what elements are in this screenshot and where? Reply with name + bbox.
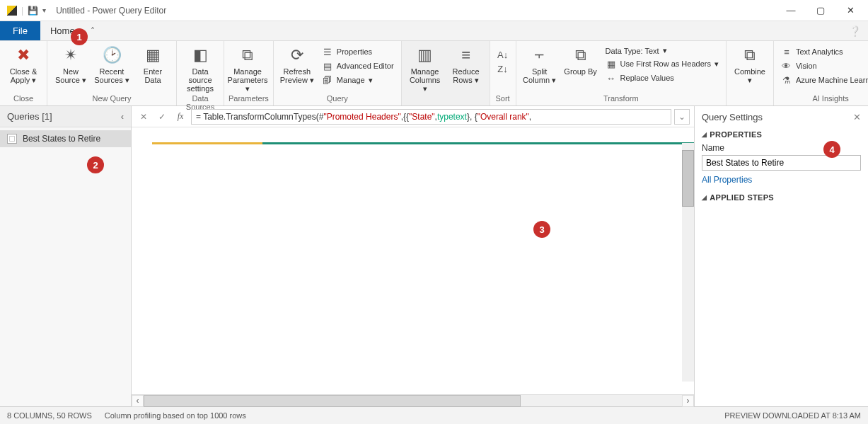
azure-ml-button[interactable]: ⚗Azure Machine Learning — [778, 74, 868, 86]
refresh-preview-button[interactable]: ⟳Refresh Preview ▾ — [278, 42, 316, 84]
data-type-button[interactable]: Data Type: Text ▾ — [603, 45, 722, 56]
text-analytics-button[interactable]: ≡Text Analytics — [778, 45, 868, 58]
group-label-sort: Sort — [494, 94, 511, 105]
center-area: ✕ ✓ fx = Table.TransformColumnTypes(#"Pr… — [132, 106, 695, 406]
group-label-close: Close — [4, 94, 42, 105]
text-analytics-icon: ≡ — [781, 46, 792, 57]
split-column-button[interactable]: ⫟Split Column ▾ — [521, 42, 559, 84]
minimize-button[interactable]: — — [776, 0, 806, 21]
recent-sources-icon: 🕑 — [102, 45, 122, 65]
annotation-badge-1: 1 — [71, 28, 88, 45]
manage-columns-icon: ▥ — [415, 45, 435, 65]
table-icon — [7, 134, 17, 144]
group-label-datasources: Data Sources — [181, 94, 219, 105]
group-by-icon: ⧉ — [571, 45, 591, 65]
horizontal-scrollbar[interactable]: ‹ › — [132, 394, 694, 406]
close-button[interactable]: ✕ — [835, 0, 865, 21]
manage-columns-button[interactable]: ▥Manage Columns ▾ — [406, 42, 444, 93]
status-preview-time: PREVIEW DOWNLOADED AT 8:13 AM — [724, 411, 861, 420]
group-label-ai: AI Insights — [778, 94, 868, 105]
app-logo-icon — [7, 6, 17, 16]
manage-parameters-button[interactable]: ⧉Manage Parameters ▾ — [228, 42, 267, 93]
recent-sources-button[interactable]: 🕑Recent Sources ▾ — [93, 42, 131, 84]
status-bar: 8 COLUMNS, 50 ROWS Column profiling base… — [0, 406, 868, 424]
vision-icon: 👁 — [781, 60, 792, 71]
group-label-transform: Transform — [521, 94, 722, 105]
divider: | — [21, 6, 23, 16]
combine-button[interactable]: ⧉Combine ▾ — [731, 42, 769, 84]
combine-icon: ⧉ — [740, 45, 760, 65]
close-apply-button[interactable]: ✖ Close & Apply ▾ — [4, 42, 42, 84]
cancel-formula-icon[interactable]: ✕ — [136, 109, 151, 125]
close-settings-icon[interactable]: ✕ — [853, 112, 861, 122]
group-label-combine — [731, 94, 769, 105]
first-row-headers-button[interactable]: ▦Use First Row as Headers ▾ — [603, 57, 722, 70]
sort-asc-icon: A↓ — [497, 49, 509, 60]
sort-desc-icon: Z↓ — [497, 63, 509, 74]
reduce-rows-button[interactable]: ≡Reduce Rows ▾ — [447, 42, 485, 84]
formula-input[interactable]: = Table.TransformColumnTypes(#"Promoted … — [191, 109, 671, 125]
sort-desc-button[interactable]: Z↓ — [494, 62, 511, 75]
replace-values-button[interactable]: ↔Replace Values — [603, 71, 722, 84]
manage-query-button[interactable]: 🗐Manage ▾ — [319, 74, 397, 86]
azure-ml-icon: ⚗ — [781, 74, 792, 86]
vision-button[interactable]: 👁Vision — [778, 59, 868, 72]
table-wrap — [132, 127, 694, 394]
ribbon: ✖ Close & Apply ▾ Close ✴New Source ▾ 🕑R… — [0, 41, 868, 106]
queries-pane: Queries [1] ‹ Best States to Retire — [0, 106, 132, 406]
title-bar: | 💾 ▾ Untitled - Power Query Editor — ▢ … — [0, 0, 868, 21]
properties-section-title[interactable]: ◢PROPERTIES — [702, 130, 861, 139]
vertical-scrollbar[interactable] — [682, 143, 694, 382]
main-area: Queries [1] ‹ Best States to Retire ✕ ✓ … — [0, 106, 868, 406]
file-menu[interactable]: File — [0, 21, 40, 40]
split-column-icon: ⫟ — [530, 45, 550, 65]
enter-data-icon: ▦ — [143, 45, 163, 65]
manage-parameters-icon: ⧉ — [238, 45, 257, 65]
data-source-settings-icon: ◧ — [190, 45, 210, 65]
fx-icon[interactable]: fx — [173, 109, 188, 125]
properties-button[interactable]: ☰Properties — [319, 45, 397, 58]
group-label-query: Query — [278, 94, 397, 105]
data-source-settings-button[interactable]: ◧Data source settings — [181, 42, 219, 93]
group-label-newquery: New Query — [52, 94, 172, 105]
reduce-rows-icon: ≡ — [456, 45, 476, 65]
annotation-badge-2: 2 — [87, 156, 104, 173]
replace-values-icon: ↔ — [606, 72, 617, 84]
manage-icon: 🗐 — [322, 74, 333, 86]
help-icon[interactable]: ❔ — [842, 21, 868, 40]
refresh-icon: ⟳ — [287, 45, 307, 65]
scroll-right-icon[interactable]: › — [682, 395, 694, 407]
all-properties-link[interactable]: All Properties — [702, 175, 752, 185]
first-row-headers-icon: ▦ — [606, 58, 617, 69]
annotation-badge-4: 4 — [823, 141, 840, 158]
group-label-managecols — [406, 94, 485, 105]
group-by-button[interactable]: ⧉Group By — [562, 42, 600, 76]
scroll-left-icon[interactable]: ‹ — [132, 395, 144, 407]
formula-dropdown-icon[interactable]: ⌄ — [674, 109, 690, 125]
commit-formula-icon[interactable]: ✓ — [154, 109, 170, 125]
collapse-queries-icon[interactable]: ‹ — [121, 111, 124, 122]
group-label-parameters: Parameters — [228, 94, 269, 105]
annotation-badge-3: 3 — [533, 221, 550, 238]
new-source-icon: ✴ — [61, 45, 81, 65]
window-title: Untitled - Power Query Editor — [56, 6, 166, 16]
sort-asc-button[interactable]: A↓ — [494, 48, 511, 61]
column-underline — [152, 142, 694, 144]
query-name-input[interactable] — [702, 155, 861, 171]
save-icon[interactable]: 💾 — [28, 6, 38, 16]
enter-data-button[interactable]: ▦Enter Data — [134, 42, 172, 84]
formula-bar: ✕ ✓ fx = Table.TransformColumnTypes(#"Pr… — [132, 106, 694, 127]
maximize-button[interactable]: ▢ — [806, 0, 835, 21]
advanced-editor-button[interactable]: ▤Advanced Editor — [319, 59, 397, 72]
applied-steps-title[interactable]: ◢APPLIED STEPS — [702, 193, 861, 202]
query-item[interactable]: Best States to Retire — [0, 130, 131, 147]
query-settings-pane: Query Settings ✕ ◢PROPERTIES Name All Pr… — [695, 106, 868, 406]
qat-dropdown[interactable]: ▾ — [42, 6, 46, 14]
new-source-button[interactable]: ✴New Source ▾ — [52, 42, 90, 84]
queries-header: Queries [1] ‹ — [0, 106, 131, 127]
status-profiling: Column profiling based on top 1000 rows — [105, 411, 246, 420]
advanced-editor-icon: ▤ — [322, 60, 333, 71]
close-apply-icon: ✖ — [13, 45, 33, 65]
properties-icon: ☰ — [322, 46, 333, 57]
status-columns-rows: 8 COLUMNS, 50 ROWS — [7, 411, 92, 420]
